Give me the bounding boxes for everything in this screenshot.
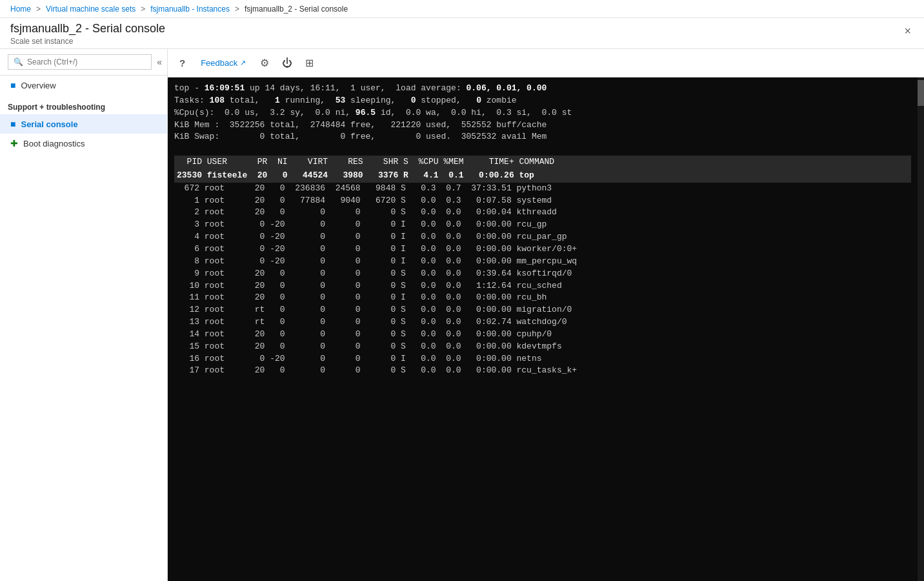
- sidebar-item-overview[interactable]: ■ Overview: [0, 76, 167, 95]
- main-layout: 🔍 « ■ Overview Support + troubleshooting…: [0, 49, 924, 581]
- title-bar: fsjmanuallb_2 - Serial console Scale set…: [0, 18, 924, 49]
- terminal-highlight-row: 23530 fisteele 20 0 44524 3980 3376 R 4.…: [174, 169, 911, 183]
- sidebar-item-overview-label: Overview: [21, 81, 55, 90]
- power-icon: ⏻: [282, 57, 292, 68]
- help-icon: ?: [179, 57, 185, 68]
- terminal-system-line: KiB Mem : 3522256 total, 2748484 free, 2…: [174, 119, 911, 132]
- terminal-process-row: 6 root 0 -20 0 0 0 I 0.0 0.0 0:00.00 kwo…: [174, 243, 911, 256]
- breadcrumb: Home > Virtual machine scale sets > fsjm…: [0, 0, 924, 18]
- terminal-process-row: 13 root rt 0 0 0 0 S 0.0 0.0 0:02.74 wat…: [174, 316, 911, 329]
- search-box[interactable]: 🔍: [8, 54, 152, 70]
- terminal-scrollbar-thumb: [918, 80, 924, 106]
- feedback-button[interactable]: Feedback ↗: [197, 56, 250, 70]
- terminal-process-row: 17 root 20 0 0 0 0 S 0.0 0.0 0:00.00 rcu…: [174, 365, 911, 377]
- help-button[interactable]: ?: [176, 55, 189, 71]
- sidebar-header: 🔍 «: [0, 49, 167, 76]
- terminal-process-row: 12 root rt 0 0 0 0 S 0.0 0.0 0:00.00 mig…: [174, 304, 911, 316]
- terminal-process-row: 11 root 20 0 0 0 0 I 0.0 0.0 0:00.00 rcu…: [174, 292, 911, 304]
- terminal-system-line: top - 16:09:51 up 14 days, 16:11, 1 user…: [174, 83, 911, 95]
- page-title: fsjmanuallb_2 - Serial console: [10, 22, 165, 36]
- breadcrumb-current: fsjmanuallb_2 - Serial console: [245, 5, 348, 14]
- sidebar-item-serial-console[interactable]: ■ Serial console: [0, 114, 167, 134]
- terminal-process-row: 3 root 0 -20 0 0 0 I 0.0 0.0 0:00.00 rcu…: [174, 219, 911, 231]
- grid-icon: ⊞: [305, 57, 314, 68]
- sidebar-section-support: Support + troubleshooting: [0, 95, 167, 114]
- breadcrumb-sep2: >: [141, 5, 145, 14]
- terminal-system-line: KiB Swap: 0 total, 0 free, 0 used. 30525…: [174, 131, 911, 143]
- feedback-label: Feedback: [201, 58, 237, 68]
- sidebar-item-serial-console-label: Serial console: [21, 119, 77, 129]
- content-area: ? Feedback ↗ ⚙ ⏻ ⊞ top - 16:09:51 up 14 …: [168, 49, 924, 581]
- toolbar: ? Feedback ↗ ⚙ ⏻ ⊞: [168, 49, 924, 77]
- breadcrumb-vmss[interactable]: Virtual machine scale sets: [46, 5, 136, 14]
- terminal-wrapper: top - 16:09:51 up 14 days, 16:11, 1 user…: [168, 77, 924, 581]
- terminal-process-row: 16 root 0 -20 0 0 0 I 0.0 0.0 0:00.00 ne…: [174, 353, 911, 365]
- page-subtitle: Scale set instance: [10, 37, 165, 46]
- terminal-process-row: 15 root 20 0 0 0 0 S 0.0 0.0 0:00.00 kde…: [174, 341, 911, 353]
- search-icon: 🔍: [14, 57, 23, 66]
- settings-icon: ⚙: [260, 57, 269, 68]
- terminal-system-line: %Cpu(s): 0.0 us, 3.2 sy, 0.0 ni, 96.5 id…: [174, 107, 911, 119]
- sidebar-item-boot-diagnostics-label: Boot diagnostics: [23, 139, 85, 148]
- boot-diagnostics-icon: ✚: [10, 138, 18, 148]
- terminal-process-row: 14 root 20 0 0 0 0 S 0.0 0.0 0:00.00 cpu…: [174, 329, 911, 341]
- breadcrumb-home[interactable]: Home: [10, 5, 31, 14]
- overview-icon: ■: [10, 80, 15, 90]
- breadcrumb-sep3: >: [235, 5, 239, 14]
- terminal-process-row: 10 root 20 0 0 0 0 S 0.0 0.0 1:12.64 rcu…: [174, 280, 911, 292]
- terminal-process-row: 8 root 0 -20 0 0 0 I 0.0 0.0 0:00.00 mm_…: [174, 256, 911, 268]
- settings-button[interactable]: ⚙: [257, 54, 272, 72]
- grid-button[interactable]: ⊞: [303, 54, 316, 72]
- terminal-header-row: PID USER PR NI VIRT RES SHR S %CPU %MEM …: [174, 156, 911, 169]
- terminal-process-row: 9 root 20 0 0 0 0 S 0.0 0.0 0:39.64 ksof…: [174, 268, 911, 280]
- power-button[interactable]: ⏻: [279, 55, 295, 72]
- terminal-process-row: 2 root 20 0 0 0 0 S 0.0 0.0 0:00.04 kthr…: [174, 207, 911, 219]
- breadcrumb-sep1: >: [36, 5, 41, 14]
- sidebar: 🔍 « ■ Overview Support + troubleshooting…: [0, 49, 168, 581]
- sidebar-item-boot-diagnostics[interactable]: ✚ Boot diagnostics: [0, 134, 167, 153]
- terminal-scrollbar[interactable]: [918, 77, 924, 581]
- terminal-process-row: 1 root 20 0 77884 9040 6720 S 0.0 0.3 0:…: [174, 195, 911, 207]
- breadcrumb-instances[interactable]: fsjmanuallb - Instances: [150, 5, 230, 14]
- serial-console-icon: ■: [10, 119, 15, 129]
- collapse-button[interactable]: «: [157, 57, 162, 67]
- terminal-process-row: 4 root 0 -20 0 0 0 I 0.0 0.0 0:00.00 rcu…: [174, 231, 911, 243]
- terminal-process-row: 672 root 20 0 236836 24568 9848 S 0.3 0.…: [174, 183, 911, 195]
- search-input[interactable]: [27, 57, 146, 66]
- terminal[interactable]: top - 16:09:51 up 14 days, 16:11, 1 user…: [168, 77, 918, 581]
- feedback-external-icon: ↗: [240, 59, 246, 67]
- terminal-empty-line: [174, 143, 911, 156]
- terminal-system-line: Tasks: 108 total, 1 running, 53 sleeping…: [174, 95, 911, 107]
- close-button[interactable]: ×: [901, 22, 914, 41]
